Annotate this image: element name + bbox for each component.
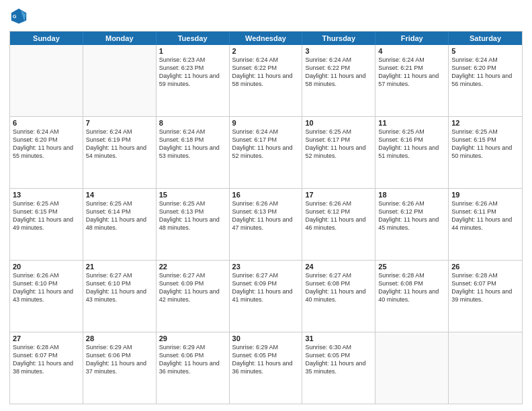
calendar-cell-14: 14Sunrise: 6:25 AMSunset: 6:14 PMDayligh… (83, 189, 157, 260)
cell-info: Sunrise: 6:28 AMSunset: 6:08 PMDaylight:… (378, 271, 445, 304)
day-number: 19 (451, 191, 519, 199)
weekday-header-friday: Friday (375, 32, 449, 45)
calendar-row-2: 13Sunrise: 6:25 AMSunset: 6:15 PMDayligh… (10, 188, 522, 260)
cell-info: Sunrise: 6:29 AMSunset: 6:05 PMDaylight:… (232, 343, 300, 376)
calendar-cell-empty (449, 332, 522, 404)
cell-info: Sunrise: 6:26 AMSunset: 6:11 PMDaylight:… (451, 199, 519, 232)
day-number: 28 (86, 334, 153, 342)
calendar-cell-29: 29Sunrise: 6:29 AMSunset: 6:06 PMDayligh… (157, 332, 230, 404)
cell-info: Sunrise: 6:24 AMSunset: 6:22 PMDaylight:… (232, 56, 300, 89)
cell-info: Sunrise: 6:26 AMSunset: 6:12 PMDaylight:… (305, 199, 372, 232)
svg-text:G: G (13, 13, 17, 19)
calendar-cell-26: 26Sunrise: 6:28 AMSunset: 6:07 PMDayligh… (449, 261, 522, 332)
header: G (9, 7, 523, 26)
calendar-cell-21: 21Sunrise: 6:27 AMSunset: 6:10 PMDayligh… (83, 261, 157, 332)
logo: G (9, 7, 31, 26)
calendar-cell-24: 24Sunrise: 6:27 AMSunset: 6:08 PMDayligh… (302, 261, 375, 332)
cell-info: Sunrise: 6:27 AMSunset: 6:09 PMDaylight:… (232, 271, 300, 304)
weekday-header-wednesday: Wednesday (230, 32, 303, 45)
day-number: 5 (451, 47, 519, 55)
calendar-cell-28: 28Sunrise: 6:29 AMSunset: 6:06 PMDayligh… (83, 332, 157, 404)
cell-info: Sunrise: 6:25 AMSunset: 6:16 PMDaylight:… (378, 128, 445, 161)
calendar-cell-16: 16Sunrise: 6:26 AMSunset: 6:13 PMDayligh… (230, 189, 303, 260)
calendar-cell-23: 23Sunrise: 6:27 AMSunset: 6:09 PMDayligh… (230, 261, 303, 332)
calendar-row-1: 6Sunrise: 6:24 AMSunset: 6:20 PMDaylight… (10, 116, 522, 188)
cell-info: Sunrise: 6:28 AMSunset: 6:07 PMDaylight:… (13, 343, 80, 376)
day-number: 30 (232, 334, 300, 342)
weekday-header-tuesday: Tuesday (157, 32, 230, 45)
day-number: 8 (159, 119, 226, 127)
calendar-cell-11: 11Sunrise: 6:25 AMSunset: 6:16 PMDayligh… (375, 117, 449, 188)
cell-info: Sunrise: 6:24 AMSunset: 6:21 PMDaylight:… (378, 56, 445, 89)
day-number: 12 (451, 119, 519, 127)
day-number: 1 (159, 47, 226, 55)
cell-info: Sunrise: 6:26 AMSunset: 6:13 PMDaylight:… (232, 199, 300, 232)
cell-info: Sunrise: 6:27 AMSunset: 6:10 PMDaylight:… (86, 271, 153, 304)
cell-info: Sunrise: 6:25 AMSunset: 6:13 PMDaylight:… (159, 199, 226, 232)
day-number: 17 (305, 191, 372, 199)
weekday-header-thursday: Thursday (302, 32, 375, 45)
day-number: 27 (13, 334, 80, 342)
calendar: SundayMondayTuesdayWednesdayThursdayFrid… (9, 31, 523, 404)
cell-info: Sunrise: 6:25 AMSunset: 6:14 PMDaylight:… (86, 199, 153, 232)
page: G SundayMondayTuesdayWednesdayThursdayFr… (0, 0, 532, 411)
cell-info: Sunrise: 6:27 AMSunset: 6:08 PMDaylight:… (305, 271, 372, 304)
cell-info: Sunrise: 6:24 AMSunset: 6:20 PMDaylight:… (451, 56, 519, 89)
weekday-header-saturday: Saturday (449, 32, 522, 45)
cell-info: Sunrise: 6:25 AMSunset: 6:15 PMDaylight:… (451, 128, 519, 161)
calendar-cell-3: 3Sunrise: 6:24 AMSunset: 6:22 PMDaylight… (302, 45, 375, 116)
calendar-cell-30: 30Sunrise: 6:29 AMSunset: 6:05 PMDayligh… (230, 332, 303, 404)
cell-info: Sunrise: 6:23 AMSunset: 6:23 PMDaylight:… (159, 56, 226, 89)
cell-info: Sunrise: 6:29 AMSunset: 6:06 PMDaylight:… (86, 343, 153, 376)
cell-info: Sunrise: 6:25 AMSunset: 6:17 PMDaylight:… (305, 128, 372, 161)
day-number: 2 (232, 47, 300, 55)
day-number: 20 (13, 263, 80, 271)
calendar-cell-1: 1Sunrise: 6:23 AMSunset: 6:23 PMDaylight… (157, 45, 230, 116)
calendar-cell-6: 6Sunrise: 6:24 AMSunset: 6:20 PMDaylight… (10, 117, 83, 188)
calendar-cell-9: 9Sunrise: 6:24 AMSunset: 6:17 PMDaylight… (230, 117, 303, 188)
calendar-header: SundayMondayTuesdayWednesdayThursdayFrid… (10, 32, 522, 45)
day-number: 4 (378, 47, 445, 55)
day-number: 23 (232, 263, 300, 271)
calendar-cell-27: 27Sunrise: 6:28 AMSunset: 6:07 PMDayligh… (10, 332, 83, 404)
calendar-cell-7: 7Sunrise: 6:24 AMSunset: 6:19 PMDaylight… (83, 117, 157, 188)
calendar-cell-15: 15Sunrise: 6:25 AMSunset: 6:13 PMDayligh… (157, 189, 230, 260)
calendar-cell-empty (10, 45, 83, 116)
day-number: 25 (378, 263, 445, 271)
calendar-cell-17: 17Sunrise: 6:26 AMSunset: 6:12 PMDayligh… (302, 189, 375, 260)
day-number: 14 (86, 191, 153, 199)
logo-icon: G (9, 7, 28, 26)
calendar-cell-18: 18Sunrise: 6:26 AMSunset: 6:12 PMDayligh… (375, 189, 449, 260)
calendar-row-0: 1Sunrise: 6:23 AMSunset: 6:23 PMDaylight… (10, 45, 522, 116)
day-number: 15 (159, 191, 226, 199)
day-number: 13 (13, 191, 80, 199)
cell-info: Sunrise: 6:27 AMSunset: 6:09 PMDaylight:… (159, 271, 226, 304)
day-number: 22 (159, 263, 226, 271)
day-number: 10 (305, 119, 372, 127)
day-number: 29 (159, 334, 226, 342)
calendar-cell-5: 5Sunrise: 6:24 AMSunset: 6:20 PMDaylight… (449, 45, 522, 116)
day-number: 11 (378, 119, 445, 127)
calendar-cell-20: 20Sunrise: 6:26 AMSunset: 6:10 PMDayligh… (10, 261, 83, 332)
day-number: 16 (232, 191, 300, 199)
calendar-cell-2: 2Sunrise: 6:24 AMSunset: 6:22 PMDaylight… (230, 45, 303, 116)
calendar-cell-empty (375, 332, 449, 404)
cell-info: Sunrise: 6:26 AMSunset: 6:12 PMDaylight:… (378, 199, 445, 232)
calendar-cell-12: 12Sunrise: 6:25 AMSunset: 6:15 PMDayligh… (449, 117, 522, 188)
day-number: 7 (86, 119, 153, 127)
cell-info: Sunrise: 6:24 AMSunset: 6:19 PMDaylight:… (86, 128, 153, 161)
calendar-cell-19: 19Sunrise: 6:26 AMSunset: 6:11 PMDayligh… (449, 189, 522, 260)
weekday-header-monday: Monday (83, 32, 157, 45)
day-number: 6 (13, 119, 80, 127)
day-number: 31 (305, 334, 372, 342)
cell-info: Sunrise: 6:24 AMSunset: 6:18 PMDaylight:… (159, 128, 226, 161)
calendar-cell-31: 31Sunrise: 6:30 AMSunset: 6:05 PMDayligh… (302, 332, 375, 404)
calendar-cell-empty (83, 45, 157, 116)
calendar-row-4: 27Sunrise: 6:28 AMSunset: 6:07 PMDayligh… (10, 332, 522, 404)
cell-info: Sunrise: 6:30 AMSunset: 6:05 PMDaylight:… (305, 343, 372, 376)
cell-info: Sunrise: 6:25 AMSunset: 6:15 PMDaylight:… (13, 199, 80, 232)
calendar-row-3: 20Sunrise: 6:26 AMSunset: 6:10 PMDayligh… (10, 260, 522, 332)
day-number: 21 (86, 263, 153, 271)
cell-info: Sunrise: 6:24 AMSunset: 6:17 PMDaylight:… (232, 128, 300, 161)
day-number: 26 (451, 263, 519, 271)
